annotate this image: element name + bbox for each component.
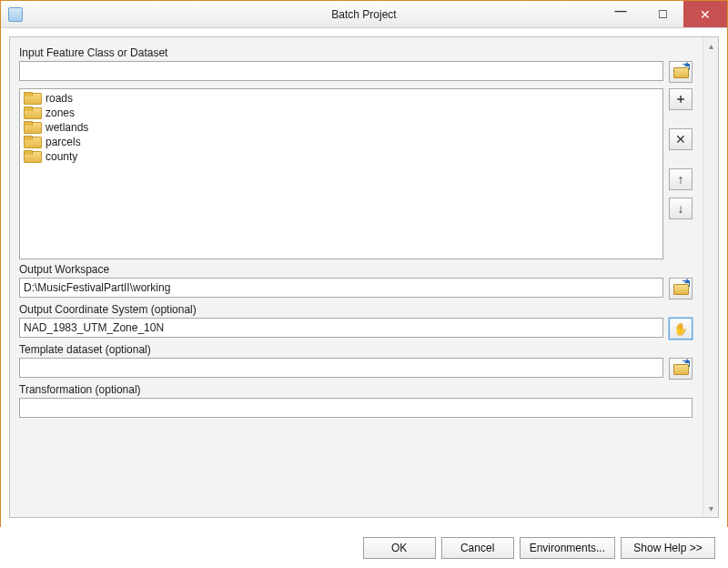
list-item-label: wetlands <box>46 121 88 134</box>
feature-class-icon <box>24 150 40 163</box>
scroll-down-icon[interactable]: ▾ <box>709 500 713 517</box>
window-buttons: — ☐ ✕ <box>600 1 727 27</box>
list-item-label: zones <box>46 106 75 119</box>
app-icon <box>8 7 23 22</box>
open-folder-icon <box>673 362 688 375</box>
close-button[interactable]: ✕ <box>683 1 727 27</box>
plus-icon: ＋ <box>674 91 687 107</box>
arrow-down-icon: ↓ <box>678 201 684 216</box>
browse-input-button[interactable] <box>669 61 693 83</box>
ok-button[interactable]: OK <box>363 537 436 559</box>
output-coordinate-system-field[interactable] <box>19 318 663 338</box>
list-item-label: county <box>46 150 77 163</box>
list-item-label: parcels <box>46 136 81 148</box>
template-dataset-label: Template dataset (optional) <box>19 343 693 356</box>
browse-output-workspace-button[interactable] <box>669 278 693 299</box>
list-item[interactable]: parcels <box>22 135 661 149</box>
output-coordinate-system-label: Output Coordinate System (optional) <box>19 303 693 316</box>
list-item[interactable]: roads <box>22 91 661 106</box>
remove-item-button[interactable]: ✕ <box>669 128 693 150</box>
output-workspace-field[interactable] <box>19 278 663 298</box>
move-down-button[interactable]: ↓ <box>669 198 693 219</box>
scroll-up-icon[interactable]: ▴ <box>709 37 713 55</box>
list-item[interactable]: zones <box>22 106 661 120</box>
list-item-label: roads <box>46 92 73 105</box>
maximize-icon: ☐ <box>658 8 668 21</box>
add-item-button[interactable]: ＋ <box>669 88 693 110</box>
open-folder-icon <box>673 282 688 295</box>
move-up-button[interactable]: ↑ <box>669 168 693 190</box>
output-workspace-label: Output Workspace <box>19 263 693 276</box>
feature-class-icon <box>24 136 40 148</box>
show-help-button[interactable]: Show Help >> <box>621 537 715 559</box>
hand-icon: ✋ <box>673 322 688 336</box>
titlebar: Batch Project — ☐ ✕ <box>1 1 727 28</box>
feature-class-icon <box>24 121 40 134</box>
transformation-field[interactable] <box>19 398 693 418</box>
feature-class-icon <box>24 106 40 119</box>
environments-button[interactable]: Environments... <box>520 537 615 559</box>
feature-class-icon <box>24 92 40 105</box>
content-frame: ▴ ▾ Input Feature Class or Dataset roads… <box>9 36 719 518</box>
close-icon: ✕ <box>700 7 711 22</box>
template-dataset-field[interactable] <box>19 358 663 378</box>
scrollbar[interactable]: ▴ ▾ <box>703 37 718 517</box>
cancel-button[interactable]: Cancel <box>441 537 514 559</box>
list-item[interactable]: county <box>22 149 661 164</box>
button-bar: OK Cancel Environments... Show Help >> <box>0 527 728 568</box>
x-icon: ✕ <box>675 132 686 147</box>
browse-template-dataset-button[interactable] <box>669 358 693 380</box>
select-coordinate-system-button[interactable]: ✋ <box>669 318 693 340</box>
input-feature-class-label: Input Feature Class or Dataset <box>19 46 693 59</box>
minimize-button[interactable]: — <box>600 1 642 27</box>
input-feature-class-field[interactable] <box>19 61 663 81</box>
open-folder-icon <box>673 66 688 78</box>
list-item[interactable]: wetlands <box>22 120 661 135</box>
maximize-button[interactable]: ☐ <box>642 1 683 27</box>
transformation-label: Transformation (optional) <box>19 383 693 396</box>
input-feature-list[interactable]: roadszoneswetlandsparcelscounty <box>19 88 663 259</box>
minimize-icon: — <box>615 4 627 17</box>
arrow-up-icon: ↑ <box>678 172 684 187</box>
